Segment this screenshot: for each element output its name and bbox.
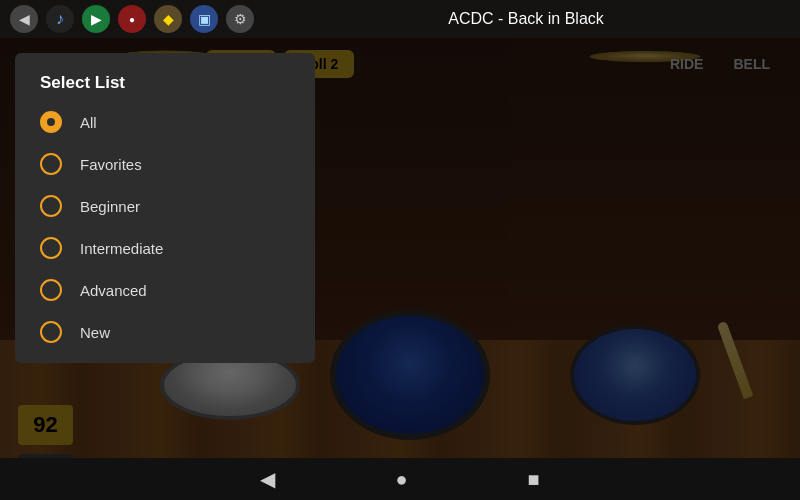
modal-title: Select List: [40, 73, 290, 93]
label-favorites: Favorites: [80, 156, 142, 173]
nav-recent-button[interactable]: ■: [528, 468, 540, 491]
label-all: All: [80, 114, 97, 131]
play-button[interactable]: ▶: [82, 5, 110, 33]
label-new: New: [80, 324, 110, 341]
option-beginner[interactable]: Beginner: [40, 195, 290, 217]
option-new[interactable]: New: [40, 321, 290, 343]
gear-icon[interactable]: ⚙: [226, 5, 254, 33]
option-intermediate[interactable]: Intermediate: [40, 237, 290, 259]
radio-beginner[interactable]: [40, 195, 62, 217]
bottom-navigation: ◀ ● ■: [0, 458, 800, 500]
nav-back-button[interactable]: ◀: [260, 467, 275, 491]
modal-overlay: Select List All Favorites Beginner Inter…: [0, 38, 800, 458]
layers-icon[interactable]: ◆: [154, 5, 182, 33]
book-icon[interactable]: ▣: [190, 5, 218, 33]
back-button[interactable]: ◀: [10, 5, 38, 33]
select-list-modal: Select List All Favorites Beginner Inter…: [15, 53, 315, 363]
radio-favorites[interactable]: [40, 153, 62, 175]
song-title: ACDC - Back in Black: [262, 10, 790, 28]
radio-new[interactable]: [40, 321, 62, 343]
radio-intermediate[interactable]: [40, 237, 62, 259]
music-icon[interactable]: ♪: [46, 5, 74, 33]
nav-home-button[interactable]: ●: [395, 468, 407, 491]
option-all[interactable]: All: [40, 111, 290, 133]
radio-advanced[interactable]: [40, 279, 62, 301]
option-advanced[interactable]: Advanced: [40, 279, 290, 301]
radio-all[interactable]: [40, 111, 62, 133]
option-favorites[interactable]: Favorites: [40, 153, 290, 175]
label-advanced: Advanced: [80, 282, 147, 299]
toolbar: ◀ ♪ ▶ ● ◆ ▣ ⚙ ACDC - Back in Black: [0, 0, 800, 38]
label-beginner: Beginner: [80, 198, 140, 215]
label-intermediate: Intermediate: [80, 240, 163, 257]
record-button[interactable]: ●: [118, 5, 146, 33]
